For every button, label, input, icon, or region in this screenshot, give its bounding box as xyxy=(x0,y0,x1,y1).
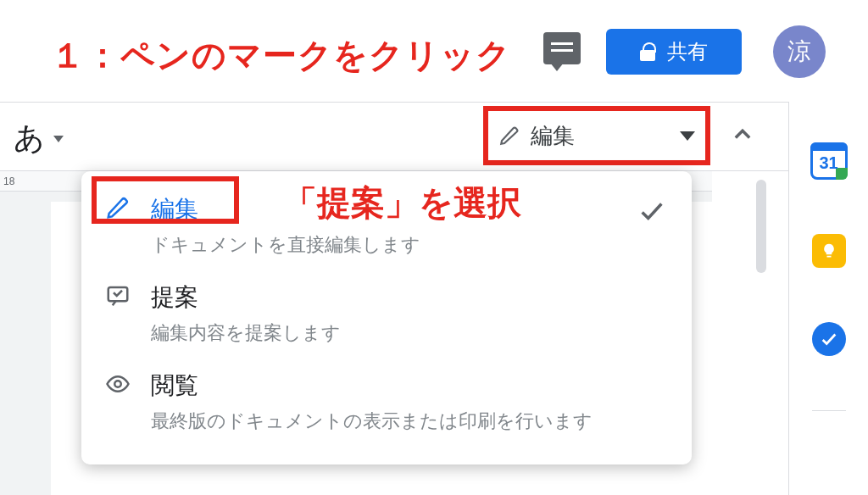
keep-icon[interactable] xyxy=(812,234,846,268)
mode-option-desc: ドキュメントを直接編集します xyxy=(151,232,620,258)
mode-option-view[interactable]: 閲覧 最終版のドキュメントの表示または印刷を行います xyxy=(81,358,692,446)
chevron-down-icon xyxy=(680,131,695,141)
calendar-icon[interactable]: 31 xyxy=(810,142,848,180)
mode-option-suggest[interactable]: 提案 編集内容を提案します xyxy=(81,270,692,358)
side-panel: 31 xyxy=(788,102,868,495)
avatar[interactable]: 涼 xyxy=(773,25,826,78)
comment-icon[interactable] xyxy=(543,32,581,64)
mode-option-desc: 編集内容を提案します xyxy=(151,320,620,346)
scrollbar[interactable] xyxy=(754,180,769,476)
mode-option-title: 閲覧 xyxy=(151,370,620,402)
mode-option-edit[interactable]: 編集 ドキュメントを直接編集します xyxy=(81,181,692,270)
avatar-letter: 涼 xyxy=(787,36,811,68)
suggest-icon xyxy=(105,281,134,309)
mode-option-desc: 最終版のドキュメントの表示または印刷を行います xyxy=(151,409,620,434)
side-panel-divider xyxy=(812,410,846,411)
chevron-down-icon xyxy=(53,136,64,142)
mode-selector-label: 編集 xyxy=(531,121,575,151)
annotation-highlight-mode-selector: 編集 xyxy=(483,106,710,165)
check-icon xyxy=(637,193,668,225)
pencil-icon xyxy=(105,193,134,220)
calendar-day: 31 xyxy=(819,153,837,173)
scrollbar-thumb[interactable] xyxy=(756,180,766,273)
share-button[interactable]: 共有 xyxy=(606,29,742,75)
lock-icon xyxy=(640,42,655,61)
mode-option-title: 提案 xyxy=(151,281,620,314)
mode-dropdown: 編集 ドキュメントを直接編集します 提案 編集内容を提案します xyxy=(81,171,692,464)
share-button-label: 共有 xyxy=(667,38,708,65)
pencil-icon xyxy=(498,125,520,147)
ruler-number: 18 xyxy=(3,175,14,187)
tasks-icon[interactable] xyxy=(812,322,846,356)
eye-icon xyxy=(105,370,134,397)
svg-point-1 xyxy=(114,381,121,387)
ime-letter: あ xyxy=(14,118,45,159)
mode-selector[interactable]: 編集 xyxy=(488,111,705,160)
mode-option-title: 編集 xyxy=(151,193,620,225)
header-bar: １：ペンのマークをクリック 共有 涼 xyxy=(0,0,868,102)
collapse-toolbar-button[interactable] xyxy=(731,123,754,147)
ime-indicator[interactable]: あ xyxy=(14,118,64,159)
annotation-step-1: １：ペンのマークをクリック xyxy=(51,32,511,79)
